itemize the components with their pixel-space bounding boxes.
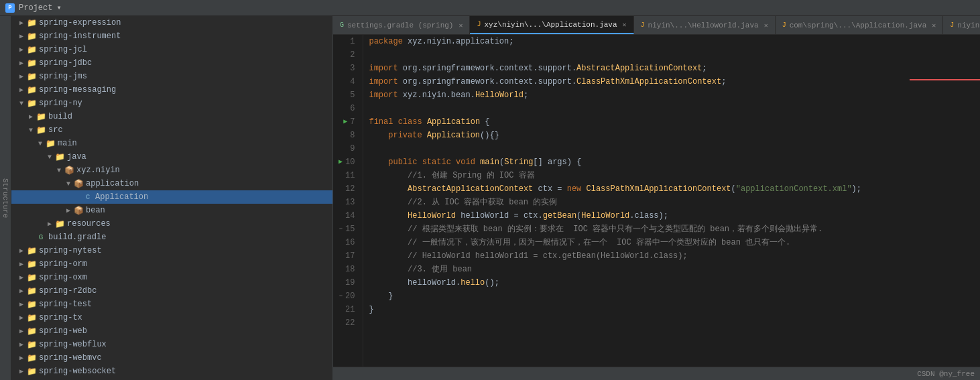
fold-gutter-icon[interactable]: − xyxy=(339,290,343,303)
tree-item-spring-messaging[interactable]: ▶ 📁 spring-messaging xyxy=(11,83,332,97)
tree-item-build-gradle[interactable]: G build.gradle xyxy=(11,231,332,244)
close-tab-icon[interactable]: ✕ xyxy=(764,21,768,29)
line-num-22: 22 xyxy=(339,316,357,330)
folder-icon: 📁 xyxy=(36,111,46,122)
tree-item-main[interactable]: ▼ 📁 main xyxy=(11,137,332,150)
bottom-bar: CSDN @ny_free xyxy=(333,367,980,380)
method-call: hello xyxy=(461,276,485,290)
tab-application-xyz[interactable]: J xyz\niyin\...\Application.java ✕ xyxy=(470,16,633,34)
expand-arrow: ▶ xyxy=(17,246,26,255)
module-icon: 📁 xyxy=(26,84,37,95)
tree-item-spring-jcl[interactable]: ▶ 📁 spring-jcl xyxy=(11,43,332,56)
expand-arrow: ▶ xyxy=(17,367,26,376)
expand-arrow: ▶ xyxy=(17,259,26,269)
expand-arrow: ▶ xyxy=(17,326,26,336)
tree-item-application-pkg[interactable]: ▼ 📦 application xyxy=(11,177,332,190)
run-gutter-icon[interactable]: ▶ xyxy=(339,155,343,169)
close-tab-icon[interactable]: ✕ xyxy=(623,21,627,29)
tree-item-src[interactable]: ▼ 📁 src xyxy=(11,123,332,137)
tree-item-spring-instrument[interactable]: ▶ 📁 spring-instrument xyxy=(11,29,332,43)
tree-item-spring-websocket[interactable]: ▶ 📁 spring-websocket xyxy=(11,365,332,378)
run-gutter-icon[interactable]: ▶ xyxy=(343,115,347,129)
tree-item-build[interactable]: ▶ 📁 build xyxy=(11,110,332,123)
close-tab-icon[interactable]: ✕ xyxy=(458,21,463,29)
tree-item-bean[interactable]: ▶ 📦 bean xyxy=(11,204,332,217)
tree-item-label: spring-instrument xyxy=(39,31,330,41)
package-icon: 📦 xyxy=(73,205,84,216)
java-tab-icon: J xyxy=(782,21,786,29)
tab-bar: G settings.gradle (spring) ✕ J xyz\niyin… xyxy=(333,16,980,35)
tab-label: niyin\...\HelloWorld.java xyxy=(648,21,759,29)
java-folder-icon: 📁 xyxy=(54,151,65,162)
tree-item-spring-test[interactable]: ▶ 📁 spring-test xyxy=(11,298,332,311)
line-num-13: 13 xyxy=(339,196,357,209)
tab-label: settings.gradle (spring) xyxy=(347,21,453,29)
tree-item-spring-jdbc[interactable]: ▶ 📁 spring-jdbc xyxy=(11,56,332,70)
tree-item-spring-oxm[interactable]: ▶ 📁 spring-oxm xyxy=(11,271,332,284)
line-num-12: 12 xyxy=(339,182,357,196)
tree-item-spring-tx[interactable]: ▶ 📁 spring-tx xyxy=(11,311,332,324)
editor-wrapper: G settings.gradle (spring) ✕ J xyz\niyin… xyxy=(333,16,980,380)
tree-item-spring-r2dbc[interactable]: ▶ 📁 spring-r2dbc xyxy=(11,284,332,298)
tree-item-spring-jms[interactable]: ▶ 📁 spring-jms xyxy=(11,70,332,83)
code-line-12: AbstractApplicationContext ctx = new Cla… xyxy=(369,182,975,196)
close-tab-icon[interactable]: ✕ xyxy=(932,21,936,29)
comment: // 一般情况下，该方法可用，因为一般情况下，在一个 IOC 容器中一个类型对应… xyxy=(369,236,790,249)
tree-item-spring-webflux[interactable]: ▶ 📁 spring-webflux xyxy=(11,338,332,351)
title-bar-left: P Project ▾ xyxy=(5,3,62,13)
expand-arrow: ▶ xyxy=(17,300,26,309)
structure-tab[interactable]: Structure xyxy=(0,16,11,380)
code-line-10: public static void main(String[] args) { xyxy=(369,155,975,169)
keyword-import: import xyxy=(369,62,402,75)
editor-area[interactable]: 1 2 3 4 5 6 ▶ 7 8 9 ▶ 10 11 xyxy=(333,35,980,367)
line-numbers: 1 2 3 4 5 6 ▶ 7 8 9 ▶ 10 11 xyxy=(333,35,363,367)
class-ref: ClassPathXmlApplicationContext xyxy=(576,75,721,88)
expand-arrow: ▶ xyxy=(17,72,26,81)
line-num-8: 8 xyxy=(339,129,357,142)
code-line-17: // HelloWorld helloWorld1 = ctx.getBean(… xyxy=(369,249,975,263)
java-tab-icon: J xyxy=(641,21,645,29)
project-dropdown-arrow[interactable]: ▾ xyxy=(56,3,61,13)
tree-item-label: application xyxy=(86,179,330,188)
expand-arrow: ▶ xyxy=(17,18,26,27)
line-num-10: ▶ 10 xyxy=(339,155,357,169)
tree-item-spring-web[interactable]: ▶ 📁 spring-web xyxy=(11,324,332,338)
line-num-20: − 20 xyxy=(339,290,357,303)
resources-icon: 📁 xyxy=(54,218,65,229)
line-num-21: 21 xyxy=(339,303,357,316)
module-icon: 📁 xyxy=(26,58,37,68)
module-icon: 📁 xyxy=(26,17,37,28)
module-icon: 📁 xyxy=(26,339,37,350)
tree-item-xyz-niyin[interactable]: ▼ 📦 xyz.niyin xyxy=(11,164,332,177)
tree-item-label: spring-nytest xyxy=(39,246,330,255)
tree-item-application-class[interactable]: C Application xyxy=(11,190,332,204)
tree-item-spring-nytest[interactable]: ▶ 📁 spring-nytest xyxy=(11,244,332,257)
tab-application-com[interactable]: J com\spring\...\Application.java ✕ xyxy=(776,16,944,34)
line-num-7: ▶ 7 xyxy=(339,115,357,129)
comment: // 根据类型来获取 bean 的实例：要求在 IOC 容器中只有一个与之类型匹… xyxy=(369,223,822,236)
tab-application-niyin[interactable]: J niyin\spring\...\Applica... ✕ xyxy=(943,16,980,34)
method-name: main xyxy=(480,155,499,169)
fold-gutter-icon[interactable]: − xyxy=(339,223,343,236)
tree-item-spring-expression[interactable]: ▶ 📁 spring-expression xyxy=(11,16,332,29)
tab-settings[interactable]: G settings.gradle (spring) ✕ xyxy=(333,16,470,34)
tree-item-spring-webmvc[interactable]: ▶ 📁 spring-webmvc xyxy=(11,351,332,365)
comment: // HelloWorld helloWorld1 = ctx.getBean(… xyxy=(369,249,687,263)
tree-item-spring-orm[interactable]: ▶ 📁 spring-orm xyxy=(11,257,332,271)
no-arrow xyxy=(26,233,36,242)
module-icon: 📁 xyxy=(26,326,37,336)
constructor-name: Application xyxy=(427,129,480,142)
method-call: getBean xyxy=(543,209,576,223)
tree-item-java[interactable]: ▼ 📁 java xyxy=(11,150,332,164)
project-label: Project xyxy=(19,3,52,13)
tab-helloworld[interactable]: J niyin\...\HelloWorld.java ✕ xyxy=(634,16,776,34)
tree-item-label: java xyxy=(67,152,330,162)
expand-arrow: ▶ xyxy=(17,340,26,349)
tree-item-label: spring-jdbc xyxy=(39,58,330,68)
tree-item-resources[interactable]: ▶ 📁 resources xyxy=(11,217,332,231)
code-line-21: } xyxy=(369,303,975,316)
module-icon: 📁 xyxy=(26,366,37,377)
expand-arrow: ▶ xyxy=(17,58,26,68)
code-line-9 xyxy=(369,142,975,155)
tree-item-spring-ny[interactable]: ▼ 📁 spring-ny xyxy=(11,97,332,110)
